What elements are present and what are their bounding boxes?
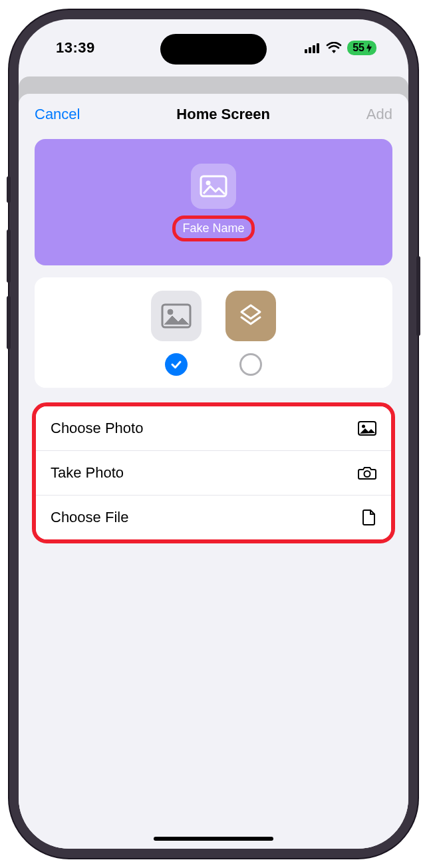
screen: 13:39 55 Cancel Home Screen Add <box>19 19 408 849</box>
icon-row <box>151 291 276 341</box>
shortcuts-glyph-option[interactable] <box>225 291 276 341</box>
radio-custom-image[interactable] <box>165 353 188 376</box>
svg-rect-3 <box>317 43 319 53</box>
image-icon <box>358 421 376 436</box>
camera-icon <box>358 466 376 480</box>
home-indicator[interactable] <box>154 837 273 841</box>
cancel-button[interactable]: Cancel <box>35 106 80 123</box>
modal-sheet: Cancel Home Screen Add Fake Name <box>19 94 408 849</box>
action-list-highlight: Choose Photo Take Photo Choose File <box>32 402 395 543</box>
status-time: 13:39 <box>56 39 95 57</box>
dynamic-island <box>160 34 267 65</box>
svg-point-9 <box>362 425 365 428</box>
choose-file-label: Choose File <box>51 509 128 526</box>
preview-icon-tile <box>191 164 236 209</box>
svg-point-7 <box>168 309 173 315</box>
cellular-icon <box>305 43 321 53</box>
volume-down-button <box>7 296 11 349</box>
icon-preview-card: Fake Name <box>35 139 392 265</box>
charging-icon <box>366 43 372 53</box>
take-photo-label: Take Photo <box>51 464 124 482</box>
radio-shortcuts-glyph[interactable] <box>239 353 262 376</box>
status-right: 55 <box>305 41 376 55</box>
sheet-title: Home Screen <box>176 106 270 123</box>
radio-row <box>165 353 262 376</box>
svg-point-5 <box>206 180 211 185</box>
svg-rect-0 <box>305 49 307 53</box>
icon-style-picker <box>35 277 392 388</box>
shortcuts-icon <box>236 301 265 331</box>
phone-frame: 13:39 55 Cancel Home Screen Add <box>9 10 418 858</box>
file-icon <box>362 509 376 526</box>
choose-photo-item[interactable]: Choose Photo <box>36 406 391 451</box>
sheet-header: Cancel Home Screen Add <box>19 106 408 134</box>
volume-up-button <box>7 229 11 283</box>
power-button <box>416 256 420 336</box>
add-button[interactable]: Add <box>366 106 392 123</box>
battery-level: 55 <box>353 42 364 54</box>
image-icon <box>200 175 227 198</box>
svg-rect-2 <box>313 45 315 53</box>
mute-switch <box>7 176 11 203</box>
choose-file-item[interactable]: Choose File <box>36 496 391 539</box>
take-photo-item[interactable]: Take Photo <box>36 451 391 496</box>
wifi-icon <box>326 42 342 54</box>
svg-rect-1 <box>309 47 311 53</box>
svg-point-10 <box>364 471 370 477</box>
custom-image-option[interactable] <box>151 291 202 341</box>
name-highlight: Fake Name <box>172 216 254 241</box>
choose-photo-label: Choose Photo <box>51 420 143 437</box>
action-list: Choose Photo Take Photo Choose File <box>36 406 391 539</box>
battery-indicator: 55 <box>347 41 376 55</box>
shortcut-name-field[interactable]: Fake Name <box>182 221 244 235</box>
image-icon <box>161 303 192 329</box>
checkmark-icon <box>170 358 183 371</box>
